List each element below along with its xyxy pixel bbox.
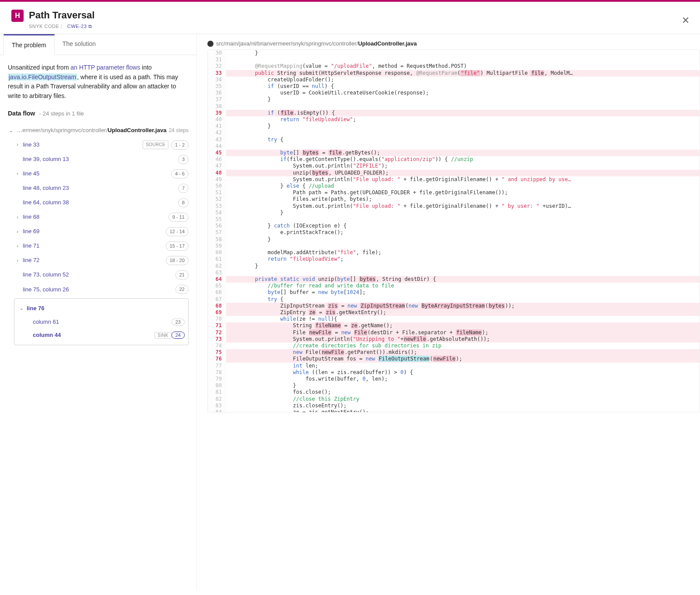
flow-step-pill: 7	[178, 184, 189, 193]
flow-item[interactable]: line 64, column 388	[8, 196, 189, 210]
flow-sub-label: column 44	[33, 331, 61, 340]
chevron-right-icon: ›	[15, 170, 20, 177]
code-text: while(ze != null){	[226, 316, 700, 322]
line-number: 74	[208, 343, 226, 349]
flow-item[interactable]: line 48, column 237	[8, 181, 189, 196]
line-number: 45	[208, 150, 226, 156]
flow-sub-item[interactable]: column 44SINK24	[18, 329, 185, 342]
header-subtitle: SNYK CODE | CWE-23 ⧉	[29, 24, 689, 29]
chevron-right-icon: ›	[15, 257, 20, 264]
line-number: 39	[208, 110, 226, 116]
code-line: 57 e.printStackTrace();	[208, 229, 700, 236]
line-number: 46	[208, 156, 226, 163]
flow-item[interactable]: ›line 7115 - 17	[8, 239, 189, 253]
tab-problem[interactable]: The problem	[4, 34, 55, 55]
code-line: 60 modelMap.addAttribute("file", file);	[208, 249, 700, 256]
flow-step-pill: 23	[172, 318, 185, 326]
flow-item[interactable]: line 39, column 133	[8, 152, 189, 167]
flow-step-pill: 9 - 11	[168, 213, 189, 222]
flow-expanded-group: ⌄ line 76 column 6123column 44SINK24	[14, 298, 189, 345]
code-text: Files.write(path, bytes);	[226, 196, 700, 203]
line-number: 54	[208, 210, 226, 216]
line-number: 72	[208, 329, 226, 336]
flow-step-pill: 12 - 14	[166, 227, 189, 236]
code-line: 68 ZipInputStream zis = new ZipInputStre…	[208, 303, 700, 309]
line-number: 62	[208, 263, 226, 270]
line-number: 68	[208, 303, 226, 309]
code-text	[226, 143, 700, 150]
code-line: 50 } else { //upload	[208, 183, 700, 189]
flow-item[interactable]: line 75, column 2622	[8, 282, 189, 297]
flow-file-row[interactable]: ⌄ …ermeer/snyk/springmvc/controller/Uplo…	[8, 123, 189, 137]
code-text: System.out.println("File upload: " + fil…	[226, 203, 700, 210]
code-line: 41 }	[208, 123, 700, 130]
flow-item[interactable]: ›line 33SOURCE1 - 2	[8, 138, 189, 152]
http-param-link[interactable]: an HTTP parameter flows	[70, 64, 140, 71]
code-text: } else { //upload	[226, 183, 700, 189]
code-text: String fileName = ze.getName();	[226, 322, 700, 329]
line-number: 37	[208, 96, 226, 103]
code-line: 33 public String submit(HttpServletRespo…	[208, 70, 700, 77]
flow-sub-item[interactable]: column 6123	[18, 315, 185, 329]
code-line: 79 fos.write(buffer, 0, len);	[208, 376, 700, 382]
code-line: 44	[208, 143, 700, 150]
flow-item-label: line 69	[23, 227, 39, 236]
code-text: }	[226, 96, 700, 103]
code-scroll[interactable]: 30 }3132 @RequestMapping(value = "/uploa…	[207, 49, 700, 413]
flow-item[interactable]: ›line 7218 - 20	[8, 253, 189, 268]
flow-item-label: line 73, column 52	[23, 270, 69, 279]
code-text: if (userID == null) {	[226, 83, 700, 90]
flow-item[interactable]: ›line 454 - 6	[8, 167, 189, 181]
code-line: 36 userID = CookieUtil.createUserCookie(…	[208, 90, 700, 96]
line-number: 83	[208, 402, 226, 409]
flow-item[interactable]: ›line 6912 - 14	[8, 224, 189, 239]
line-number: 44	[208, 143, 226, 150]
flow-item-label: line 72	[23, 256, 39, 265]
code-text: byte[] buffer = new byte[1024];	[226, 289, 700, 296]
flow-item-label: line 45	[23, 169, 39, 178]
line-number: 64	[208, 276, 226, 283]
code-text: try {	[226, 136, 700, 143]
code-line: 56 } catch (IOException e) {	[208, 223, 700, 229]
flow-item-label: line 33	[23, 140, 39, 149]
code-text: modelMap.addAttribute("file", file);	[226, 249, 700, 256]
sink-class-link[interactable]: java.io.FileOutputStream	[8, 74, 77, 80]
flow-item[interactable]: line 73, column 5221	[8, 268, 189, 282]
code-line: 43 try {	[208, 136, 700, 143]
line-number: 51	[208, 189, 226, 196]
chevron-right-icon: ›	[15, 214, 20, 221]
code-text: File newFile = new File(destDir + File.s…	[226, 329, 700, 336]
code-line: 65 //buffer for read and write data to f…	[208, 283, 700, 289]
code-line: 74 //create directories for sub director…	[208, 343, 700, 349]
line-number: 31	[208, 56, 226, 63]
line-number: 58	[208, 236, 226, 243]
code-text: FileOutputStream fos = new FileOutputStr…	[226, 356, 700, 362]
close-icon[interactable]: ✕	[682, 15, 690, 26]
code-text: public String submit(HttpServletResponse…	[226, 70, 700, 77]
code-text: byte[] bytes = file.getBytes();	[226, 150, 700, 156]
code-text: unzip(bytes, UPLOADED_FOLDER);	[226, 170, 700, 176]
flow-step-pill: 24	[172, 332, 185, 339]
code-line: 82 //close this ZipEntry	[208, 396, 700, 402]
flow-item-expanded[interactable]: ⌄ line 76	[18, 301, 185, 315]
page-title: Path Traversal	[29, 10, 689, 21]
code-text: }	[226, 50, 700, 56]
code-line: 59	[208, 243, 700, 249]
line-number: 67	[208, 296, 226, 303]
code-line: 31	[208, 56, 700, 63]
code-text: }	[226, 236, 700, 243]
code-text: fos.write(buffer, 0, len);	[226, 376, 700, 382]
code-line: 62 }	[208, 263, 700, 270]
line-number: 49	[208, 176, 226, 183]
flow-item[interactable]: ›line 689 - 11	[8, 210, 189, 224]
code-line: 40 return "fileUploadView";	[208, 116, 700, 123]
cwe-link[interactable]: CWE-23 ⧉	[67, 24, 92, 29]
code-line: 72 File newFile = new File(destDir + Fil…	[208, 329, 700, 336]
code-line: 45 byte[] bytes = file.getBytes();	[208, 150, 700, 156]
line-number: 81	[208, 389, 226, 396]
code-line: 81 fos.close();	[208, 389, 700, 396]
code-text: Path path = Paths.get(UPLOADED_FOLDER + …	[226, 189, 700, 196]
github-icon	[207, 41, 214, 47]
tab-solution[interactable]: The solution	[55, 34, 104, 55]
line-number: 70	[208, 316, 226, 322]
